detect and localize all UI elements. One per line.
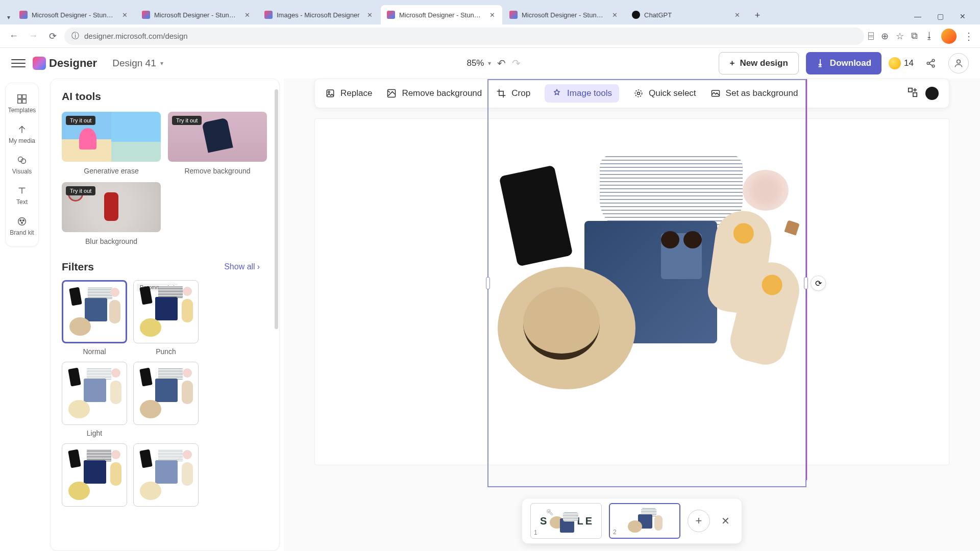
site-info-icon[interactable]: ⓘ — [71, 31, 79, 41]
show-all-link[interactable]: Show all › — [224, 262, 260, 271]
minimize-button[interactable]: — — [911, 12, 925, 20]
rail-text[interactable]: Text — [6, 180, 38, 211]
tab-title: Images - Microsoft Designer — [277, 11, 361, 19]
window-controls: — ▢ ✕ — [904, 12, 976, 24]
remove-bg-label: Remove background — [402, 88, 482, 98]
browser-tab[interactable]: Microsoft Designer - Stunning ✕ — [13, 5, 135, 24]
chevron-down-icon: ▾ — [488, 60, 491, 67]
svg-rect-20 — [909, 88, 912, 92]
filter-option[interactable] — [62, 443, 127, 507]
color-swatch-button[interactable] — [925, 87, 939, 100]
redo-button[interactable]: ↷ — [512, 57, 521, 69]
install-app-icon[interactable]: ⌸ — [868, 31, 874, 41]
filter-light[interactable]: Light — [62, 362, 127, 437]
svg-rect-7 — [22, 99, 26, 103]
ai-card-generative-erase[interactable]: Try it out Generative erase — [62, 112, 161, 175]
back-button[interactable]: ← — [6, 29, 21, 44]
brand[interactable]: Designer — [33, 57, 97, 70]
page-thumbnail-1[interactable]: ↖ S Y L E 1 — [530, 503, 602, 539]
browser-tab[interactable]: Images - Microsoft Designer ✕ — [258, 5, 380, 24]
rail-templates[interactable]: Templates — [6, 88, 38, 119]
filter-normal[interactable]: Normal — [62, 280, 127, 356]
new-design-button[interactable]: + New design — [719, 52, 798, 74]
url-text: designer.microsoft.com/design — [84, 32, 188, 40]
filter-punch[interactable]: Recommended Punch — [133, 280, 199, 356]
filter-option[interactable] — [133, 362, 199, 437]
svg-point-13 — [21, 222, 23, 223]
filter-option[interactable] — [133, 443, 199, 507]
browser-tab[interactable]: Microsoft Designer - Stunning ✕ — [503, 5, 625, 24]
page-thumbnail-2[interactable]: 2 — [609, 503, 680, 539]
url-input[interactable]: ⓘ designer.microsoft.com/design — [64, 28, 864, 45]
close-icon[interactable]: ✕ — [610, 11, 619, 19]
maximize-button[interactable]: ▢ — [933, 12, 947, 20]
forward-button[interactable]: → — [26, 29, 41, 44]
download-button[interactable]: ⭳ Download — [806, 52, 881, 74]
close-page-strip-button[interactable]: ✕ — [717, 513, 733, 529]
undo-button[interactable]: ↶ — [497, 57, 506, 69]
ai-card-remove-background[interactable]: Try it out Remove background — [168, 112, 267, 175]
rail-my-media[interactable]: My media — [6, 119, 38, 149]
rail-visuals[interactable]: Visuals — [6, 149, 38, 180]
replace-button[interactable]: Replace — [325, 88, 372, 98]
chevron-right-icon: › — [257, 262, 260, 271]
rail-label: Visuals — [12, 168, 32, 175]
coins-indicator[interactable]: 14 — [889, 57, 914, 69]
hamburger-menu-button[interactable] — [11, 56, 26, 70]
svg-point-15 — [328, 91, 330, 93]
design-name-text: Design 41 — [112, 58, 156, 69]
resize-handle-left[interactable] — [486, 277, 490, 289]
ai-card-label: Blur background — [62, 237, 161, 245]
zoom-dropdown[interactable]: 85% ▾ — [467, 58, 491, 68]
favicon-icon — [632, 11, 640, 19]
browser-tab[interactable]: ChatGPT ✕ — [626, 5, 747, 24]
rail-brand-kit[interactable]: Brand kit — [6, 211, 38, 241]
close-icon[interactable]: ✕ — [733, 11, 741, 19]
share-button[interactable] — [921, 53, 941, 73]
rotate-handle[interactable]: ⟳ — [811, 276, 826, 291]
close-icon[interactable]: ✕ — [120, 11, 129, 19]
left-rail: Templates My media Visuals Text Brand ki… — [0, 79, 44, 551]
artboard[interactable]: ⟳ — [314, 118, 949, 465]
downloads-icon[interactable]: ⭳ — [925, 31, 934, 41]
try-it-badge: Try it out — [172, 116, 202, 125]
download-label: Download — [830, 58, 871, 68]
more-options-button[interactable] — [907, 87, 918, 100]
zoom-value: 85% — [467, 58, 484, 68]
tab-title: Microsoft Designer - Stunning — [399, 11, 484, 19]
browser-tab[interactable]: Microsoft Designer - Stunning ✕ — [136, 5, 257, 24]
thumb-letter: E — [585, 515, 592, 527]
design-name-dropdown[interactable]: Design 41 ▾ — [112, 58, 163, 69]
remove-background-button[interactable]: Remove background — [386, 88, 482, 98]
close-icon[interactable]: ✕ — [488, 11, 496, 19]
resize-handle-right[interactable] — [804, 277, 808, 289]
panel-scrollbar[interactable] — [275, 89, 278, 329]
extension-icon[interactable]: ⧉ — [911, 31, 918, 41]
show-all-label: Show all — [224, 262, 255, 271]
ai-card-blur-background[interactable]: Try it out Blur background — [62, 182, 161, 245]
canvas-image[interactable] — [498, 155, 794, 405]
reload-button[interactable]: ⟳ — [45, 29, 60, 44]
bookmark-icon[interactable]: ☆ — [896, 31, 904, 42]
side-panel: AI tools Try it out Generative erase Try… — [44, 79, 284, 551]
browser-menu-icon[interactable]: ⋮ — [964, 30, 974, 42]
close-window-button[interactable]: ✕ — [955, 12, 970, 20]
coin-icon — [889, 57, 901, 69]
close-icon[interactable]: ✕ — [365, 11, 374, 19]
chevron-down-icon: ▾ — [160, 60, 163, 67]
brand-logo-icon — [33, 57, 46, 70]
page-number: 1 — [534, 529, 537, 536]
tab-title: Microsoft Designer - Stunning — [154, 11, 239, 19]
rail-label: Text — [16, 198, 28, 206]
browser-tab-active[interactable]: Microsoft Designer - Stunning ✕ — [381, 5, 502, 24]
add-page-button[interactable]: + — [688, 510, 710, 532]
close-icon[interactable]: ✕ — [243, 11, 251, 19]
new-design-label: New design — [740, 58, 788, 68]
user-menu-button[interactable] — [948, 53, 969, 73]
profile-avatar[interactable] — [941, 29, 957, 44]
tab-search-icon[interactable]: ▾ — [4, 10, 13, 24]
new-tab-button[interactable]: + — [748, 6, 767, 24]
tab-title: Microsoft Designer - Stunning — [522, 11, 606, 19]
try-it-badge: Try it out — [66, 116, 95, 125]
zoom-icon[interactable]: ⊕ — [881, 31, 889, 42]
